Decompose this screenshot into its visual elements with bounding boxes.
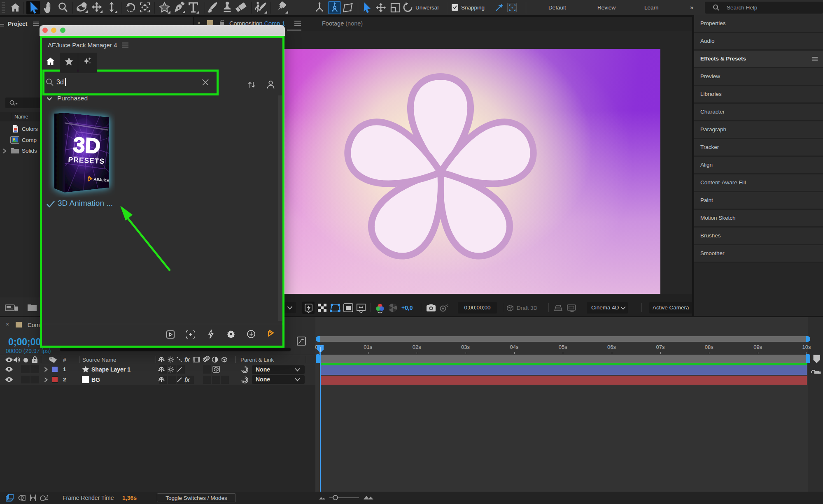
svg-text:3D: 3D xyxy=(72,132,101,158)
svg-text:fx: fx xyxy=(184,376,190,383)
svg-text:fx: fx xyxy=(184,356,190,363)
